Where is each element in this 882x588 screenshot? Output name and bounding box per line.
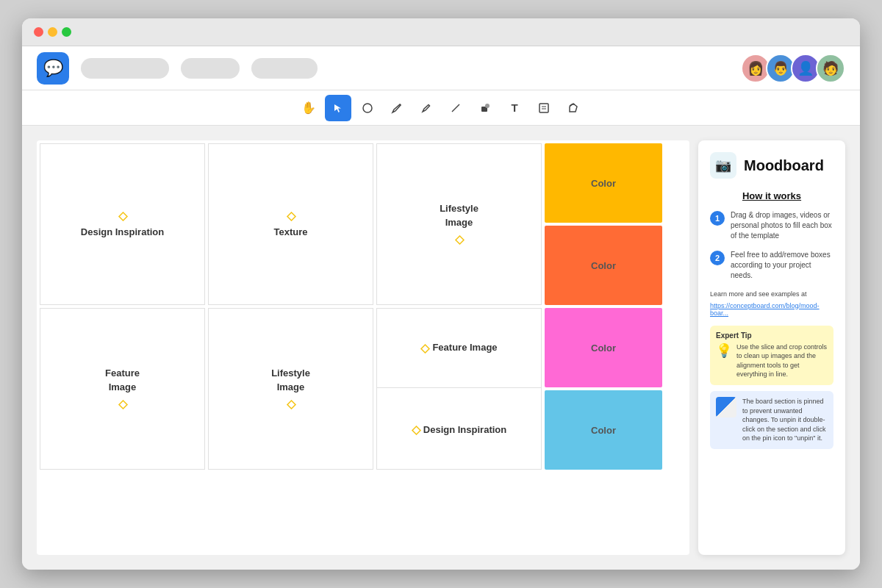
- color-block-blue[interactable]: Color: [545, 390, 662, 470]
- color-block-orange[interactable]: Color: [545, 226, 662, 305]
- svg-rect-5: [539, 104, 548, 112]
- header-left: 💬: [37, 52, 318, 85]
- camera-icon: 📷: [710, 152, 736, 179]
- maximize-button[interactable]: [62, 27, 71, 37]
- color-label: Color: [591, 178, 616, 189]
- cell-label: FeatureImage: [105, 367, 140, 393]
- avatar-group: 👩 👨 👤 🧑: [741, 54, 845, 83]
- sticky-note-tool[interactable]: [531, 95, 557, 121]
- panel-header: 📷 Moodboard: [710, 152, 833, 179]
- cell-lifestyle-image-1[interactable]: LifestyleImage ◇: [376, 143, 542, 305]
- cell-texture-1[interactable]: ◇ Texture: [208, 143, 373, 305]
- step-number-2: 2: [710, 251, 725, 265]
- sidebar-panel: 📷 Moodboard How it works 1 Drag & drop i…: [698, 140, 845, 555]
- close-button[interactable]: [34, 27, 43, 37]
- app-logo[interactable]: 💬: [37, 52, 69, 85]
- color-label: Color: [591, 425, 616, 436]
- design-inspiration-label: Design Inspiration: [423, 423, 506, 437]
- diamond-icon: ◇: [118, 209, 127, 223]
- step-1: 1 Drag & drop images, videos or personal…: [710, 210, 833, 241]
- svg-line-2: [452, 104, 459, 112]
- nav-item-2[interactable]: [181, 58, 240, 79]
- cell-label: Design Inspiration: [81, 226, 164, 239]
- nav-item-3[interactable]: [251, 58, 318, 79]
- expert-tip-box: Expert Tip 💡 Use the slice and crop cont…: [710, 326, 833, 385]
- step-text-1: Drag & drop images, videos or personal p…: [731, 210, 833, 241]
- toolbar: ✋ T: [22, 90, 860, 126]
- eraser-tool[interactable]: [354, 95, 381, 121]
- canvas-content: ◇ Design Inspiration ◇ Texture Lifestyle…: [37, 140, 845, 555]
- cell-label: Texture: [274, 226, 308, 239]
- canvas-area[interactable]: ◇ Design Inspiration ◇ Texture Lifestyle…: [22, 126, 860, 570]
- diamond-icon: ◇: [287, 209, 295, 223]
- cell-feature-image[interactable]: FeatureImage ◇: [40, 308, 205, 470]
- step-number-1: 1: [710, 211, 725, 226]
- panel-title: Moodboard: [744, 157, 824, 174]
- traffic-lights: [34, 27, 71, 37]
- color-block-yellow[interactable]: Color: [545, 143, 662, 223]
- how-it-works-heading: How it works: [710, 190, 833, 201]
- app-header: 💬 👩 👨 👤 🧑: [22, 46, 860, 90]
- select-tool[interactable]: [325, 95, 351, 121]
- lightbulb-icon: 💡: [716, 343, 732, 359]
- diamond-icon: ◇: [455, 232, 464, 246]
- diamond-icon: ◇: [118, 397, 127, 411]
- learn-more-text: Learn more and see examples at: [710, 290, 833, 299]
- expert-tip-text: Use the slice and crop controls to clean…: [736, 343, 828, 379]
- nav-item-1[interactable]: [81, 58, 169, 79]
- color-block-pink[interactable]: Color: [545, 308, 662, 387]
- svg-point-4: [485, 104, 490, 108]
- cell-label: LifestyleImage: [271, 367, 310, 393]
- moodboard-grid: ◇ Design Inspiration ◇ Texture Lifestyle…: [37, 140, 689, 555]
- svg-point-1: [400, 104, 401, 105]
- color-label: Color: [591, 260, 616, 271]
- diamond-icon: ◇: [287, 397, 295, 411]
- avatar-4[interactable]: 🧑: [816, 54, 845, 83]
- cell-lifestyle-image-2[interactable]: LifestyleImage ◇: [208, 308, 373, 470]
- shape-tool[interactable]: [472, 95, 498, 121]
- step-2: 2 Feel free to add/remove boxes accordin…: [710, 250, 833, 281]
- frame-tool[interactable]: [560, 95, 587, 121]
- cell-design-inspiration-2[interactable]: ◇ Feature Image ◇ Design Inspiration: [376, 308, 542, 470]
- feature-image-label: Feature Image: [432, 341, 497, 354]
- expert-tip-title: Expert Tip: [716, 331, 828, 340]
- cell-design-inspiration[interactable]: ◇ Design Inspiration: [40, 143, 205, 305]
- pen-tool[interactable]: [384, 95, 410, 121]
- pencil-tool[interactable]: [413, 95, 440, 121]
- hand-tool[interactable]: ✋: [295, 95, 322, 121]
- cell-label: LifestyleImage: [440, 202, 478, 229]
- pin-icon: [716, 397, 736, 417]
- pin-text: The board section is pinned to prevent u…: [742, 397, 828, 443]
- pin-note-box: The board section is pinned to prevent u…: [710, 391, 833, 449]
- diamond-icon: ◇: [420, 341, 429, 355]
- color-column: Color Color Color Color: [545, 143, 662, 470]
- step-text-2: Feel free to add/remove boxes according …: [731, 250, 833, 281]
- color-label: Color: [591, 343, 616, 354]
- svg-point-0: [363, 104, 372, 112]
- minimize-button[interactable]: [48, 27, 57, 37]
- titlebar: [22, 18, 860, 46]
- learn-link[interactable]: https://conceptboard.com/blog/mood-boar.…: [710, 302, 833, 317]
- diamond-icon: ◇: [412, 423, 420, 437]
- line-tool[interactable]: [442, 95, 469, 121]
- app-window: 💬 👩 👨 👤 🧑 ✋: [22, 18, 860, 570]
- logo-icon: 💬: [43, 59, 63, 78]
- text-tool[interactable]: T: [501, 95, 528, 121]
